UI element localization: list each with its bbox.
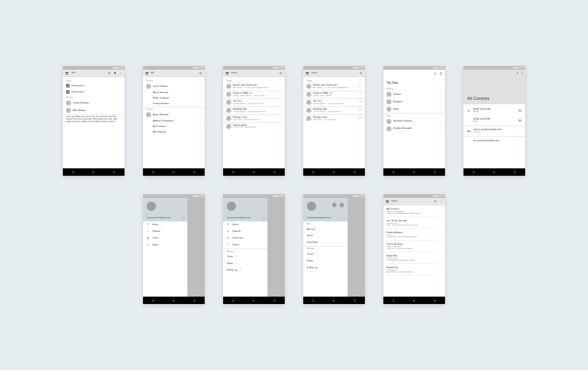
scrim[interactable] bbox=[187, 198, 205, 297]
more-icon[interactable] bbox=[119, 72, 122, 75]
email-item[interactable]: Birthday GiftTrevor Hansen — Have any id… bbox=[223, 107, 285, 114]
scrim[interactable] bbox=[267, 198, 285, 297]
email-item[interactable]: Summer BBQ - 4to Alex, Scott, Jennifer2h… bbox=[303, 91, 365, 98]
drawer-item[interactable]: Spam5 bbox=[223, 260, 267, 267]
chevron-down-icon[interactable]: ▾ bbox=[263, 217, 264, 220]
contact-item[interactable]: Alex Nelson❐ bbox=[143, 130, 205, 135]
search-icon[interactable] bbox=[279, 72, 282, 75]
chat-icon[interactable]: ❐ bbox=[200, 85, 202, 88]
email-item[interactable]: Oui OuiSandra Adams — Do you have Paris6… bbox=[303, 99, 365, 106]
chat-icon[interactable]: ❐ bbox=[200, 126, 202, 128]
chevron-down-icon[interactable]: ▾ bbox=[343, 217, 345, 220]
drawer-item[interactable]: ✉Inbox bbox=[143, 221, 187, 228]
chat-icon[interactable]: ❐ bbox=[200, 102, 202, 105]
phone-row[interactable]: (323) 555-6789Work bbox=[463, 115, 525, 125]
scrim[interactable] bbox=[348, 198, 365, 297]
email-row[interactable]: ali_connors@example.com bbox=[463, 136, 525, 144]
file-item[interactable]: Kitchen Remodelⓘ bbox=[383, 125, 445, 133]
drawer-header[interactable]: heyfromjonathan@gmail.com ▾ bbox=[303, 198, 348, 221]
drawer-item[interactable]: ⚠Spam bbox=[143, 242, 187, 249]
bookmark-icon[interactable] bbox=[113, 72, 116, 75]
drawer-item[interactable]: ➤Sent mail bbox=[223, 235, 267, 242]
star-icon[interactable]: ☆ bbox=[440, 212, 442, 214]
email-item[interactable]: Birthday GiftTrevor Hansen — Have any id… bbox=[303, 107, 365, 114]
email-item[interactable]: Summer BBQ - 4to Alex, Scott, Jennifer —… bbox=[223, 91, 285, 98]
chat-icon[interactable]: ❐ bbox=[200, 113, 202, 116]
more-icon[interactable] bbox=[522, 72, 523, 74]
search-icon[interactable] bbox=[434, 200, 437, 203]
chat-icon[interactable]: ❐ bbox=[200, 131, 202, 133]
chat-icon[interactable]: ❐ bbox=[200, 120, 202, 123]
view-icon[interactable] bbox=[439, 72, 443, 75]
contact-item[interactable]: Ali Connors❐ bbox=[143, 124, 205, 130]
email-item[interactable]: Brunch this weekend?Ali Connors — I'll b… bbox=[223, 83, 285, 90]
menu-icon[interactable] bbox=[386, 200, 389, 203]
drawer-item[interactable]: ✎Drafts bbox=[223, 242, 267, 249]
phone-row[interactable]: (650) 555-1234Mobile bbox=[463, 105, 525, 115]
person-item[interactable]: Alex Nelson bbox=[63, 107, 125, 114]
contact-item[interactable]: Abbey Christensen❐ bbox=[143, 118, 205, 124]
info-icon[interactable]: ⓘ bbox=[440, 101, 442, 103]
email-item[interactable]: David ParkGiants gameAny interest in see… bbox=[383, 265, 445, 277]
search-icon[interactable] bbox=[199, 72, 202, 75]
drawer-item[interactable]: Trash12 bbox=[223, 253, 267, 260]
email-item[interactable]: Giants gameDavid Park — Any interest in bbox=[223, 123, 285, 130]
contact-item[interactable]: Mary Johnson❐ bbox=[143, 90, 205, 96]
menu-icon[interactable] bbox=[65, 72, 68, 75]
person-item[interactable]: Trevor Hansen bbox=[63, 99, 125, 107]
info-icon[interactable]: ⓘ bbox=[440, 120, 442, 123]
star-icon[interactable]: ☆ bbox=[440, 235, 442, 237]
star-icon[interactable]: ☆ bbox=[440, 258, 442, 261]
drawer-item[interactable]: ✉Inbox bbox=[223, 221, 267, 228]
star-icon[interactable]: ☆ bbox=[440, 247, 442, 249]
contact-item[interactable]: Aaron Bennett❐ bbox=[143, 111, 205, 118]
doc-item[interactable]: Document 1 bbox=[63, 83, 125, 89]
message-icon[interactable] bbox=[518, 119, 521, 122]
drawer-item[interactable]: 🗑Trash bbox=[143, 235, 187, 242]
search-icon[interactable] bbox=[434, 72, 437, 75]
email-row[interactable]: aliconnors@example.comPersonal bbox=[463, 126, 525, 136]
drawer-item[interactable]: Inbox bbox=[303, 232, 348, 239]
chat-icon[interactable]: ❐ bbox=[200, 97, 202, 100]
folder-item[interactable]: Workⓘ bbox=[383, 105, 445, 113]
drawer-item[interactable]: Follow up bbox=[303, 265, 348, 271]
contact-item[interactable]: Peter Carlsson❐ bbox=[143, 96, 205, 101]
chat-icon[interactable]: ❐ bbox=[200, 92, 202, 94]
menu-icon[interactable] bbox=[306, 72, 309, 75]
email-item[interactable]: me, Scott, JenniferSummer BBQWish I coul… bbox=[383, 218, 445, 230]
menu-icon[interactable] bbox=[226, 72, 229, 75]
drawer-item[interactable]: ★Starred bbox=[223, 228, 267, 235]
drawer-item[interactable]: Spam bbox=[303, 258, 348, 265]
avatar-alt[interactable] bbox=[340, 203, 344, 207]
folder-item[interactable]: Photosⓘ bbox=[383, 91, 445, 98]
message-icon[interactable] bbox=[518, 109, 521, 112]
info-icon[interactable]: ⓘ bbox=[440, 128, 442, 130]
info-icon[interactable]: ⓘ bbox=[440, 93, 442, 96]
search-icon[interactable] bbox=[108, 72, 111, 75]
search-icon[interactable] bbox=[359, 72, 362, 75]
email-item[interactable]: Recipe to tryBritta Holt — We should eat… bbox=[223, 115, 285, 122]
drawer-item[interactable]: Follow up3 bbox=[223, 267, 267, 274]
star-icon[interactable]: ☆ bbox=[440, 223, 442, 226]
file-item[interactable]: Vacation itineraryⓘ bbox=[383, 118, 445, 125]
doc-item[interactable]: Document 2 bbox=[63, 89, 125, 95]
email-item[interactable]: Sandra AdamsOui OuiDo you have Paris rec… bbox=[383, 230, 445, 242]
drawer-item[interactable]: Trash bbox=[303, 251, 348, 258]
folder-item[interactable]: Recipesⓘ bbox=[383, 98, 445, 105]
settings-icon[interactable] bbox=[439, 200, 443, 203]
edit-icon[interactable] bbox=[517, 72, 519, 74]
contact-item[interactable]: Trevor Hansen❐ bbox=[143, 101, 205, 107]
contact-item[interactable]: Janet Perkins❐ bbox=[143, 83, 205, 90]
email-item[interactable]: Brunch this weekend?Ali Connors — I'll b… bbox=[303, 83, 365, 90]
email-item[interactable]: Trevor HansenOrder confirmationThank you… bbox=[383, 242, 445, 253]
chevron-down-icon[interactable]: ▾ bbox=[183, 217, 184, 220]
email-item[interactable]: Oui OuiSandra Adams — Do you have Paris bbox=[223, 99, 285, 106]
drawer-item[interactable]: All mail bbox=[303, 226, 348, 233]
avatar-alt[interactable] bbox=[332, 203, 337, 207]
drawer-header[interactable]: heyfromjonathan@gmail.com ▾ bbox=[143, 198, 187, 221]
info-icon[interactable]: ⓘ bbox=[440, 108, 442, 110]
drawer-item[interactable]: ↗Outbox bbox=[143, 228, 187, 235]
menu-icon[interactable] bbox=[145, 72, 149, 75]
email-item[interactable]: Ali ConnorsBrunch this weekend?I'll be i… bbox=[383, 207, 445, 218]
email-item[interactable]: Britta HoltRecipe to tryWe should eat th… bbox=[383, 253, 445, 265]
